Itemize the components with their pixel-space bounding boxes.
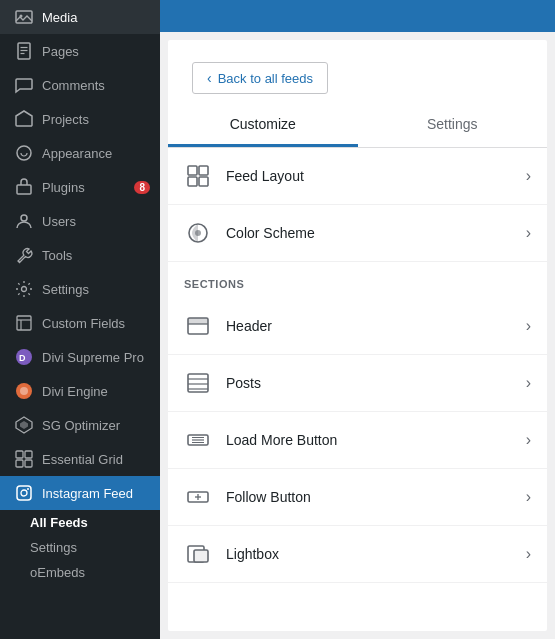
back-button[interactable]: ‹ Back to all feeds	[192, 62, 328, 94]
menu-item-lightbox[interactable]: Lightbox ›	[168, 526, 547, 583]
sidebar-item-appearance[interactable]: Appearance	[0, 136, 160, 170]
menu-item-follow-button[interactable]: Follow Button ›	[168, 469, 547, 526]
comments-icon	[14, 75, 34, 95]
sidebar-item-essential-grid[interactable]: Essential Grid	[0, 442, 160, 476]
svg-rect-19	[16, 451, 23, 458]
svg-point-25	[27, 488, 29, 490]
svg-rect-27	[199, 166, 208, 175]
svg-rect-47	[194, 550, 208, 562]
sidebar-item-sg-optimizer[interactable]: SG Optimizer	[0, 408, 160, 442]
menu-item-feed-layout[interactable]: Feed Layout ›	[168, 148, 547, 205]
sidebar-item-pages-label: Pages	[42, 44, 150, 59]
sidebar-item-pages[interactable]: Pages	[0, 34, 160, 68]
divi-supreme-icon: D	[14, 347, 34, 367]
sidebar-item-comments[interactable]: Comments	[0, 68, 160, 102]
svg-rect-22	[25, 460, 32, 467]
essential-grid-icon	[14, 449, 34, 469]
svg-rect-20	[25, 451, 32, 458]
sidebar-item-divi-engine-label: Divi Engine	[42, 384, 150, 399]
sidebar-item-essential-grid-label: Essential Grid	[42, 452, 150, 467]
menu-item-feed-layout-label: Feed Layout	[226, 168, 512, 184]
divi-engine-icon	[14, 381, 34, 401]
main-content: ‹ Back to all feeds Customize Settings	[160, 0, 555, 639]
content-area: ‹ Back to all feeds Customize Settings	[168, 40, 547, 631]
tab-settings[interactable]: Settings	[358, 104, 548, 147]
sidebar-item-media-label: Media	[42, 10, 150, 25]
menu-item-load-more-button[interactable]: Load More Button ›	[168, 412, 547, 469]
sidebar-sub-item-all-feeds[interactable]: All Feeds	[0, 510, 160, 535]
lightbox-icon	[184, 540, 212, 568]
svg-text:D: D	[19, 353, 26, 363]
svg-point-24	[21, 490, 27, 496]
users-icon	[14, 211, 34, 231]
sidebar-item-settings-label: Settings	[42, 282, 150, 297]
sidebar-item-instagram-feed-label: Instagram Feed	[42, 486, 150, 501]
sidebar-item-custom-fields[interactable]: Custom Fields	[0, 306, 160, 340]
back-button-label: Back to all feeds	[218, 71, 313, 86]
sidebar-item-comments-label: Comments	[42, 78, 150, 93]
sidebar-sub-item-oembeds-label: oEmbeds	[30, 565, 85, 580]
svg-rect-29	[199, 177, 208, 186]
settings-icon	[14, 279, 34, 299]
menu-item-posts-label: Posts	[226, 375, 512, 391]
tab-customize[interactable]: Customize	[168, 104, 358, 147]
svg-rect-0	[16, 11, 32, 23]
sidebar-item-plugins-label: Plugins	[42, 180, 126, 195]
menu-item-lightbox-label: Lightbox	[226, 546, 512, 562]
sidebar-item-tools-label: Tools	[42, 248, 150, 263]
pages-icon	[14, 41, 34, 61]
top-bar	[160, 0, 555, 32]
posts-icon	[184, 369, 212, 397]
sidebar-item-divi-supreme[interactable]: D Divi Supreme Pro	[0, 340, 160, 374]
svg-rect-26	[188, 166, 197, 175]
sg-optimizer-icon	[14, 415, 34, 435]
svg-point-8	[21, 215, 27, 221]
sidebar-sub-item-settings-label: Settings	[30, 540, 77, 555]
sidebar-item-users[interactable]: Users	[0, 204, 160, 238]
lightbox-chevron-icon: ›	[526, 545, 531, 563]
sidebar-item-settings[interactable]: Settings	[0, 272, 160, 306]
sidebar-sub-item-all-feeds-label: All Feeds	[30, 515, 88, 530]
load-more-chevron-icon: ›	[526, 431, 531, 449]
sidebar-item-instagram-feed[interactable]: Instagram Feed	[0, 476, 160, 510]
sidebar-item-appearance-label: Appearance	[42, 146, 150, 161]
sidebar: Media Pages Comments Projects Appearance…	[0, 0, 160, 639]
svg-point-16	[20, 387, 28, 395]
svg-rect-21	[16, 460, 23, 467]
menu-item-color-scheme-label: Color Scheme	[226, 225, 512, 241]
sidebar-item-tools[interactable]: Tools	[0, 238, 160, 272]
tools-icon	[14, 245, 34, 265]
tab-settings-label: Settings	[427, 116, 478, 132]
instagram-feed-icon	[14, 483, 34, 503]
menu-item-header-label: Header	[226, 318, 512, 334]
svg-rect-28	[188, 177, 197, 186]
sidebar-item-media[interactable]: Media	[0, 0, 160, 34]
sidebar-item-divi-supreme-label: Divi Supreme Pro	[42, 350, 150, 365]
menu-item-load-more-button-label: Load More Button	[226, 432, 512, 448]
sidebar-item-plugins[interactable]: Plugins 8	[0, 170, 160, 204]
sidebar-item-sg-optimizer-label: SG Optimizer	[42, 418, 150, 433]
customize-menu-list: Feed Layout › Color Scheme ›	[168, 148, 547, 262]
sidebar-item-projects[interactable]: Projects	[0, 102, 160, 136]
appearance-icon	[14, 143, 34, 163]
header-icon	[184, 312, 212, 340]
menu-item-posts[interactable]: Posts ›	[168, 355, 547, 412]
menu-item-color-scheme[interactable]: Color Scheme ›	[168, 205, 547, 262]
posts-chevron-icon: ›	[526, 374, 531, 392]
sidebar-sub-item-oembeds[interactable]: oEmbeds	[0, 560, 160, 585]
follow-button-chevron-icon: ›	[526, 488, 531, 506]
svg-rect-33	[188, 318, 208, 324]
svg-point-9	[22, 287, 27, 292]
sidebar-item-projects-label: Projects	[42, 112, 150, 127]
color-scheme-chevron-icon: ›	[526, 224, 531, 242]
color-scheme-icon	[184, 219, 212, 247]
media-icon	[14, 7, 34, 27]
sidebar-item-divi-engine[interactable]: Divi Engine	[0, 374, 160, 408]
header-chevron-icon: ›	[526, 317, 531, 335]
plugins-badge: 8	[134, 181, 150, 194]
sidebar-sub-item-settings[interactable]: Settings	[0, 535, 160, 560]
sections-menu-list: Header › Posts ›	[168, 298, 547, 583]
load-more-icon	[184, 426, 212, 454]
menu-item-header[interactable]: Header ›	[168, 298, 547, 355]
custom-fields-icon	[14, 313, 34, 333]
